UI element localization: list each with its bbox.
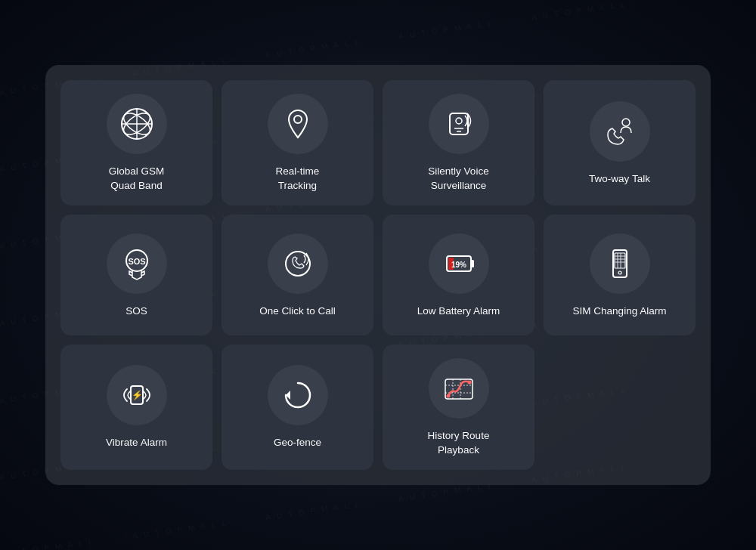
- feature-sim-changing[interactable]: SIM Changing Alarm: [544, 215, 696, 335]
- svg-point-5: [294, 116, 302, 123]
- svg-text:⚡: ⚡: [131, 389, 142, 400]
- geo-fence-label: Geo-fence: [274, 436, 321, 450]
- one-click-call-label: One Click to Call: [259, 304, 336, 319]
- pin-icon: [268, 94, 328, 154]
- global-gsm-label: Global GSM Quad Band: [109, 165, 165, 193]
- sos-icon: SOS: [107, 233, 167, 294]
- svg-point-23: [618, 271, 621, 274]
- realtime-tracking-label: Real-time Tracking: [276, 165, 320, 193]
- history-route-label: History Route Playback: [428, 429, 490, 458]
- mic-signal-icon: [429, 94, 489, 154]
- globe-icon: [107, 94, 167, 154]
- geo-fence-icon: [268, 365, 328, 425]
- two-way-talk-label: Two-way Talk: [589, 172, 650, 187]
- vibrate-alarm-label: Vibrate Alarm: [106, 436, 167, 450]
- map-route-icon: [429, 358, 489, 419]
- feature-realtime-tracking[interactable]: Real-time Tracking: [222, 80, 373, 205]
- sos-label: SOS: [125, 304, 147, 319]
- silently-voice-label: Silently Voice Surveillance: [428, 165, 488, 193]
- click-call-icon: [268, 233, 328, 294]
- feature-vibrate-alarm[interactable]: ⚡ Vibrate Alarm: [60, 345, 212, 470]
- phone-person-icon: [590, 101, 650, 162]
- svg-point-32: [446, 394, 450, 398]
- feature-low-battery[interactable]: 19% Low Battery Alarm: [383, 215, 534, 335]
- feature-silently-voice[interactable]: Silently Voice Surveillance: [383, 80, 534, 205]
- feature-one-click-call[interactable]: One Click to Call: [222, 215, 373, 335]
- svg-point-33: [467, 381, 471, 385]
- low-battery-label: Low Battery Alarm: [417, 304, 500, 319]
- svg-rect-13: [471, 260, 474, 267]
- svg-rect-16: [613, 250, 627, 277]
- svg-text:SOS: SOS: [128, 257, 145, 266]
- svg-point-8: [622, 119, 630, 126]
- phone-vibrate-icon: ⚡: [107, 365, 167, 425]
- feature-history-route[interactable]: History Route Playback: [383, 345, 534, 470]
- battery-low-icon: 19%: [429, 233, 489, 294]
- svg-rect-17: [615, 253, 625, 268]
- features-grid: Global GSM Quad Band Real-time Tracking: [45, 65, 711, 485]
- feature-two-way-talk[interactable]: Two-way Talk: [544, 80, 696, 205]
- sim-phone-icon: [590, 233, 650, 294]
- sim-changing-label: SIM Changing Alarm: [573, 304, 667, 319]
- svg-text:19%: 19%: [451, 261, 466, 269]
- feature-geo-fence[interactable]: Geo-fence: [222, 345, 373, 470]
- feature-sos[interactable]: SOS SOS: [60, 215, 212, 335]
- feature-global-gsm[interactable]: Global GSM Quad Band: [60, 80, 212, 205]
- svg-point-7: [456, 118, 462, 124]
